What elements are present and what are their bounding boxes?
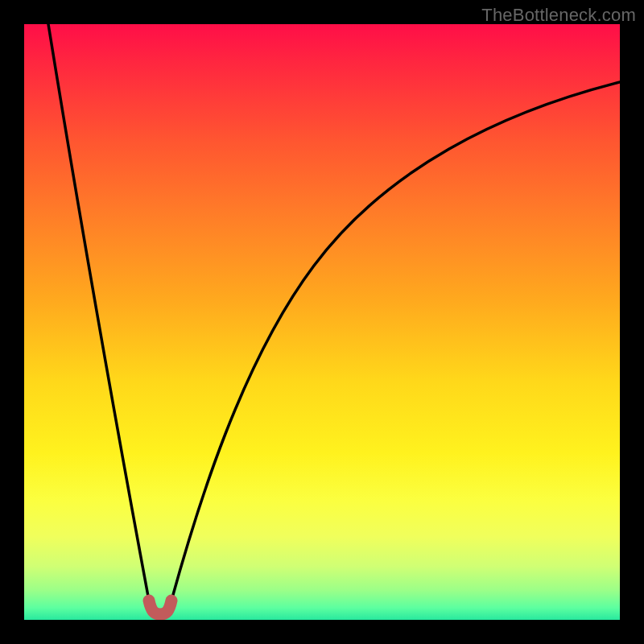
curve-right-branch bbox=[171, 82, 620, 601]
minimum-u-highlight bbox=[149, 601, 171, 614]
plot-area bbox=[24, 24, 620, 620]
outer-frame: TheBottleneck.com bbox=[0, 0, 644, 644]
watermark-text: TheBottleneck.com bbox=[481, 5, 636, 26]
bottleneck-curve bbox=[24, 24, 620, 620]
curve-left-branch bbox=[48, 24, 149, 601]
